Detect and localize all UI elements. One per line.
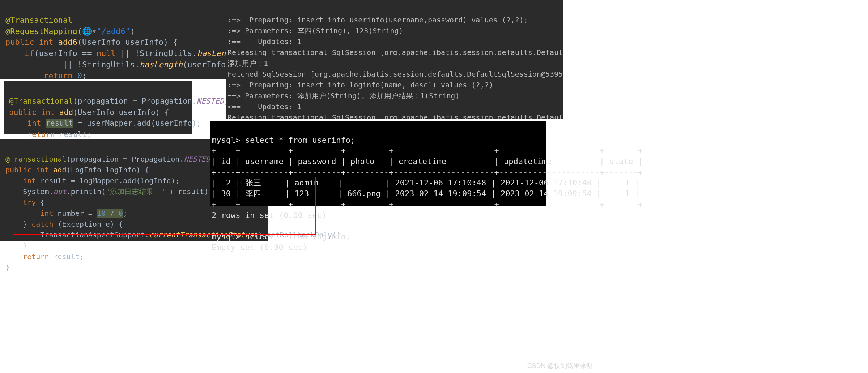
- log-line: :== Updates: 1: [227, 37, 302, 46]
- annotation-transactional: @Transactional: [5, 16, 72, 25]
- table-separator: +----+----------+----------+---------+--…: [212, 146, 643, 155]
- table-row: | 2 | 张三 | admin | | 2021-12-06 17:10:48…: [212, 178, 639, 187]
- log-line: :=> Preparing: insert into userinfo(user…: [227, 16, 528, 24]
- endpoint-path[interactable]: "/add6": [97, 27, 130, 36]
- sql-query: mysql> select * from loginfo;: [212, 232, 350, 241]
- method-add: add: [59, 108, 73, 117]
- sql-query: mysql> select * from userinfo;: [212, 136, 355, 145]
- console-log[interactable]: :=> Preparing: insert into userinfo(user…: [226, 0, 563, 119]
- table-row: | 30 | 李四 | 123 | 666.png | 2023-02-14 1…: [212, 189, 639, 198]
- log-line: ==> Parameters: 添加用户(String), 添加用户结果：1(S…: [227, 91, 459, 100]
- code-editor-add-user[interactable]: @Transactional(propagation = Propagation…: [4, 81, 192, 134]
- table-separator: +----+----------+----------+---------+--…: [212, 200, 643, 209]
- log-line: <== Updates: 1: [227, 102, 302, 111]
- log-line: :=> Parameters: 李四(String), 123(String): [227, 26, 403, 35]
- table-header: | id | username | password | photo | cre…: [212, 157, 643, 166]
- log-line: 添加用户：1: [227, 59, 268, 68]
- method-add: add: [53, 166, 66, 174]
- log-line: Releasing transactional SqlSession [org.…: [227, 48, 563, 57]
- mysql-terminal[interactable]: mysql> select * from userinfo; +----+---…: [210, 121, 546, 206]
- annotation-requestmapping: @RequestMapping: [5, 27, 77, 36]
- log-line: Fetched SqlSession [org.apache.ibatis.se…: [227, 70, 563, 78]
- watermark: CSDN @快到锅里来呀: [527, 361, 593, 370]
- table-separator: +----+----------+----------+---------+--…: [212, 168, 643, 177]
- globe-icon: 🌐▾: [82, 27, 97, 36]
- row-count: 2 rows in set (0.00 sec): [212, 211, 327, 220]
- annotation-transactional: @Transactional: [5, 155, 67, 163]
- empty-set: Empty set (0.00 sec): [212, 243, 307, 252]
- log-line: :=> Preparing: insert into loginfo(name,…: [227, 81, 493, 89]
- annotation-transactional: @Transactional: [9, 97, 73, 106]
- method-add6: add6: [58, 38, 77, 47]
- code-editor-add6[interactable]: @Transactional @RequestMapping(🌐▾"/add6"…: [0, 0, 227, 79]
- log-line: Releasing transactional SqlSession [org.…: [227, 113, 563, 119]
